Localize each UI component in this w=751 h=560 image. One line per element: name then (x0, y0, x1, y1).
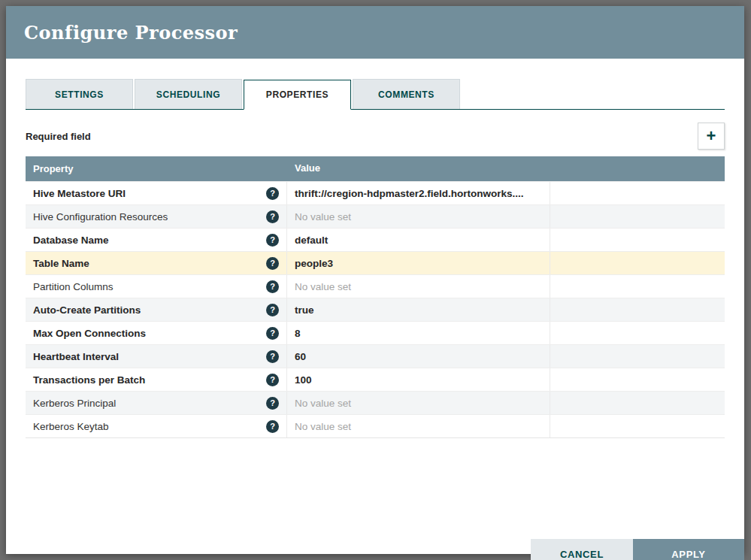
empty-cell (550, 368, 725, 391)
table-row: Transactions per Batch?100 (26, 368, 725, 391)
table-row: Hive Configuration Resources?No value se… (26, 204, 725, 228)
table-body: Hive Metastore URI?thrift://cregion-hdpm… (26, 181, 725, 437)
property-name: Kerberos Principal (33, 398, 116, 409)
help-icon[interactable]: ? (266, 420, 279, 433)
help-icon[interactable]: ? (266, 187, 279, 200)
add-property-button[interactable]: + (698, 123, 725, 150)
property-name: Auto-Create Partitions (33, 304, 141, 316)
dialog-header: Configure Processor (6, 6, 744, 59)
properties-table: Property Value Hive Metastore URI?thrift… (26, 156, 725, 438)
tab-settings[interactable]: SETTINGS (26, 79, 133, 109)
empty-cell (550, 205, 725, 228)
property-name-cell: Max Open Connections? (26, 322, 287, 344)
property-value[interactable]: No value set (287, 415, 550, 437)
property-name-cell: Table Name? (26, 252, 287, 274)
tab-properties[interactable]: PROPERTIES (244, 80, 351, 110)
property-value[interactable]: No value set (287, 392, 550, 414)
empty-cell (550, 275, 725, 298)
property-value[interactable]: 8 (287, 322, 550, 344)
property-name: Max Open Connections (33, 328, 146, 339)
table-row: Kerberos Principal?No value set (26, 391, 725, 414)
property-value[interactable]: true (287, 298, 550, 321)
property-value[interactable]: 100 (287, 368, 550, 391)
property-name-cell: Auto-Create Partitions? (26, 298, 287, 321)
empty-cell (550, 298, 725, 321)
property-name: Hive Configuration Resources (33, 211, 168, 222)
table-toolbar: Required field + (26, 122, 725, 150)
property-name: Hive Metastore URI (33, 188, 126, 199)
property-value[interactable]: people3 (287, 252, 550, 274)
column-header-empty (550, 156, 725, 181)
table-row: Kerberos Keytab?No value set (26, 414, 725, 437)
table-row: Heartbeat Interval?60 (26, 344, 725, 368)
table-row: Hive Metastore URI?thrift://cregion-hdpm… (26, 181, 725, 204)
configure-processor-dialog: Configure Processor SETTINGS SCHEDULING … (6, 6, 744, 554)
dialog-title: Configure Processor (24, 22, 238, 44)
property-name-cell: Transactions per Batch? (26, 368, 287, 391)
column-header-property: Property (26, 156, 287, 181)
help-icon[interactable]: ? (266, 374, 279, 386)
property-name-cell: Database Name? (26, 229, 287, 251)
tab-comments[interactable]: COMMENTS (353, 79, 460, 109)
help-icon[interactable]: ? (266, 257, 279, 270)
help-icon[interactable]: ? (266, 327, 279, 340)
apply-button[interactable]: APPLY (633, 539, 744, 560)
dialog-body: SETTINGS SCHEDULING PROPERTIES COMMENTS … (6, 79, 744, 560)
help-icon[interactable]: ? (266, 210, 279, 223)
property-value[interactable]: No value set (287, 205, 550, 228)
property-name-cell: Kerberos Keytab? (26, 415, 287, 437)
property-name: Kerberos Keytab (33, 421, 109, 432)
property-value[interactable]: thrift://cregion-hdpmaster2.field.horton… (287, 182, 550, 204)
table-row: Database Name?default (26, 228, 725, 251)
empty-cell (550, 392, 725, 414)
property-name-cell: Heartbeat Interval? (26, 345, 287, 368)
property-name: Database Name (33, 235, 109, 246)
tab-bar: SETTINGS SCHEDULING PROPERTIES COMMENTS (26, 79, 725, 110)
property-name: Table Name (33, 258, 89, 269)
empty-cell (550, 345, 725, 368)
property-name-cell: Partition Columns? (26, 275, 287, 298)
help-icon[interactable]: ? (266, 304, 279, 316)
table-row: Auto-Create Partitions?true (26, 298, 725, 321)
table-header-row: Property Value (26, 156, 725, 181)
help-icon[interactable]: ? (266, 397, 279, 410)
required-field-label: Required field (26, 131, 91, 142)
property-name-cell: Kerberos Principal? (26, 392, 287, 414)
empty-cell (550, 415, 725, 437)
cancel-button[interactable]: CANCEL (531, 539, 633, 560)
dialog-footer: CANCEL APPLY (531, 539, 744, 560)
table-row: Partition Columns?No value set (26, 274, 725, 298)
help-icon[interactable]: ? (266, 350, 279, 363)
property-name: Partition Columns (33, 281, 114, 292)
empty-cell (550, 229, 725, 251)
empty-cell (550, 252, 725, 274)
empty-cell (550, 182, 725, 204)
table-row: Table Name?people3 (26, 251, 725, 274)
empty-cell (550, 322, 725, 344)
property-name: Transactions per Batch (33, 374, 145, 386)
property-name-cell: Hive Configuration Resources? (26, 205, 287, 228)
column-header-value: Value (287, 156, 550, 181)
property-value[interactable]: No value set (287, 275, 550, 298)
property-value[interactable]: default (287, 229, 550, 251)
property-name-cell: Hive Metastore URI? (26, 182, 287, 204)
tab-scheduling[interactable]: SCHEDULING (135, 79, 242, 109)
help-icon[interactable]: ? (266, 280, 279, 293)
help-icon[interactable]: ? (266, 234, 279, 247)
property-name: Heartbeat Interval (33, 351, 119, 362)
property-value[interactable]: 60 (287, 345, 550, 368)
table-row: Max Open Connections?8 (26, 321, 725, 344)
plus-icon: + (707, 128, 716, 144)
